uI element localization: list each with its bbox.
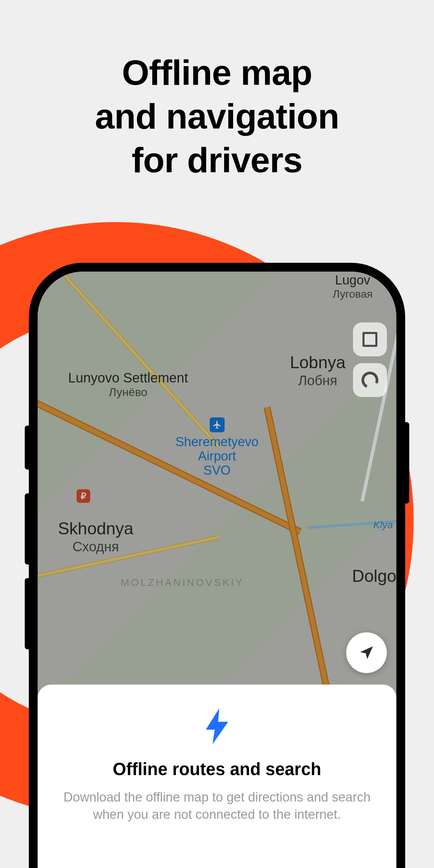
map-layers-button[interactable] <box>353 322 387 356</box>
headline: Offline map and navigation for drivers <box>0 51 434 182</box>
headline-line-1: Offline map <box>0 51 434 95</box>
sheet-title: Offline routes and search <box>58 759 376 779</box>
layers-icon <box>362 332 377 347</box>
offline-sheet: Offline routes and search Download the o… <box>38 685 396 868</box>
location-arrow-icon <box>358 644 375 661</box>
phone-frame: Klya ₽ Lugov Луговая Lunyovo Settlement … <box>29 263 405 868</box>
compass-icon <box>359 369 381 391</box>
headline-line-2: and navigation <box>0 95 434 138</box>
map-compass-button[interactable] <box>353 363 387 397</box>
headline-line-3: for drivers <box>0 138 434 182</box>
lightning-bolt-icon <box>206 708 228 744</box>
sheet-description: Download the offline map to get directio… <box>58 789 376 824</box>
phone-side-button <box>25 426 29 470</box>
phone-side-button <box>25 578 29 649</box>
phone-side-button <box>25 493 29 565</box>
my-location-button[interactable] <box>346 632 387 673</box>
phone-side-button <box>405 422 409 504</box>
phone-screen: Klya ₽ Lugov Луговая Lunyovo Settlement … <box>38 272 396 868</box>
